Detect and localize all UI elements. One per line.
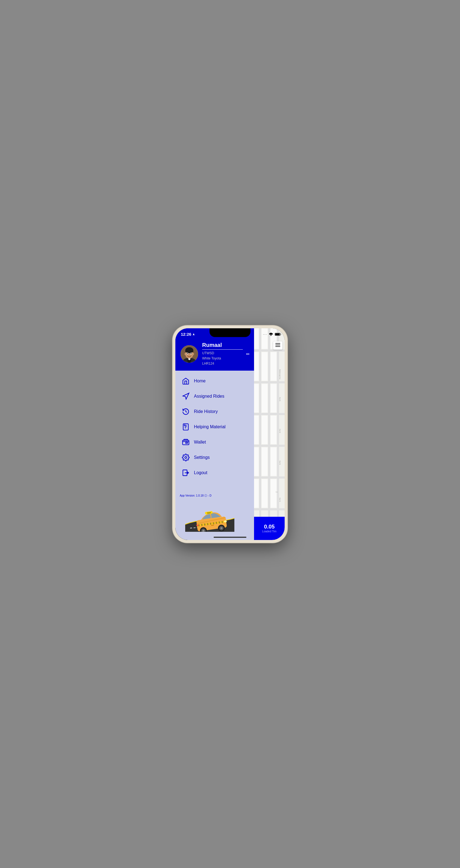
assigned-rides-icon [182,393,190,400]
home-indicator [214,537,246,538]
svg-point-46 [271,335,271,336]
logout-icon [182,469,190,476]
sidebar-item-logout[interactable]: Logout [175,465,254,480]
svg-text:41st St: 41st St [279,461,280,465]
svg-rect-79 [271,479,276,508]
svg-rect-58 [254,413,285,415]
svg-rect-31 [213,522,214,524]
svg-rect-67 [271,352,276,381]
sidebar-item-helping-material-label: Helping Material [194,425,226,429]
svg-rect-49 [275,343,280,344]
sidebar-item-assigned-rides[interactable]: Assigned Rides [175,389,254,404]
sidebar-item-logout-label: Logout [194,470,207,475]
sidebar-item-assigned-rides-label: Assigned Rides [194,394,224,399]
svg-point-5 [185,350,193,359]
svg-rect-34 [221,521,223,523]
profile-name: Rumaal [202,342,243,350]
ride-history-icon [182,408,190,415]
sidebar-item-home-label: Home [194,378,206,383]
svg-marker-15 [183,393,189,399]
sidebar-item-ride-history[interactable]: Ride History [175,404,254,419]
sidebar-item-wallet[interactable]: Wallet [175,435,254,450]
avatar [180,344,199,364]
phone-screen: 12:26 [175,328,285,540]
svg-marker-4 [188,358,190,360]
phone-frame: 12:26 [173,326,287,543]
edit-button[interactable]: ✏ [246,351,250,357]
svg-point-6 [185,347,193,353]
svg-rect-60 [254,476,285,478]
signal-dots: ··· [263,333,267,336]
svg-rect-69 [262,384,268,412]
notch [210,328,250,337]
svg-text:Poll: Poll [276,491,278,492]
svg-rect-50 [275,344,280,345]
sidebar-item-ride-history-label: Ride History [194,409,218,414]
status-time: 12:26 [181,332,195,337]
svg-point-8 [187,352,188,354]
sidebar-item-helping-material[interactable]: Helping Material [175,419,254,435]
sidebar-item-settings[interactable]: Settings [175,450,254,465]
svg-point-19 [185,457,187,459]
svg-rect-28 [204,523,206,526]
sidebar-item-wallet-label: Wallet [194,440,206,445]
menu-panel: 12:26 [175,328,254,540]
loaded-value: 0.05 [264,524,275,530]
loaded-label: Loaded Tim [262,530,276,533]
svg-rect-71 [254,415,259,444]
svg-rect-72 [262,415,268,444]
screen-content: 12:26 [175,328,285,540]
svg-point-11 [191,353,192,354]
hamburger-button[interactable] [273,341,282,350]
svg-rect-73 [271,415,276,444]
svg-marker-3 [187,359,192,363]
svg-point-9 [190,352,192,354]
svg-rect-33 [218,521,220,523]
battery-icon [275,333,281,336]
svg-rect-77 [254,479,259,508]
taxi-illustration: TAXI [185,500,234,532]
footer-area: App Version: 1.0.18 ⓘ - D [175,494,254,532]
wifi-icon [269,333,273,336]
sidebar-item-home[interactable]: Home [175,373,254,389]
svg-rect-70 [271,384,276,412]
svg-rect-56 [254,349,285,351]
svg-rect-29 [207,523,208,525]
svg-rect-65 [254,352,259,381]
svg-text:Marlborough Ave: Marlborough Ave [279,369,280,379]
svg-rect-27 [201,524,203,526]
svg-point-14 [192,353,194,355]
map-panel: ··· [254,328,285,540]
hamburger-icon [275,343,280,347]
svg-rect-0 [181,345,198,363]
svg-text:41st St: 41st St [279,429,280,433]
wallet-icon [182,438,190,446]
svg-text:41st St: 41st St [279,397,280,401]
map-status-bar: ··· [254,328,285,340]
svg-point-12 [189,355,190,355]
svg-rect-57 [254,381,285,383]
avatar-image [181,345,198,363]
home-icon [182,377,190,385]
navigation-icon [192,333,195,336]
profile-detail: UTWSD White Toyota LHR124 [202,351,243,367]
sidebar-item-settings-label: Settings [194,455,210,460]
svg-rect-75 [262,447,268,476]
svg-rect-74 [254,447,259,476]
svg-rect-17 [184,425,185,426]
svg-rect-59 [254,445,285,447]
settings-icon [182,454,190,461]
svg-rect-30 [210,523,211,525]
svg-rect-32 [216,522,217,524]
helping-material-icon [182,423,190,431]
svg-rect-68 [254,384,259,412]
svg-point-13 [185,353,186,355]
map-grid-svg: Marlborough Ave 41st St 41st St 41st St … [254,328,285,540]
svg-rect-48 [275,333,280,335]
svg-point-10 [187,353,188,354]
svg-point-2 [182,358,196,363]
profile-info: Rumaal UTWSD White Toyota LHR124 [202,342,243,367]
svg-rect-7 [185,350,193,352]
svg-rect-78 [262,479,268,508]
loaded-time-bar: 0.05 Loaded Tim [254,517,285,540]
